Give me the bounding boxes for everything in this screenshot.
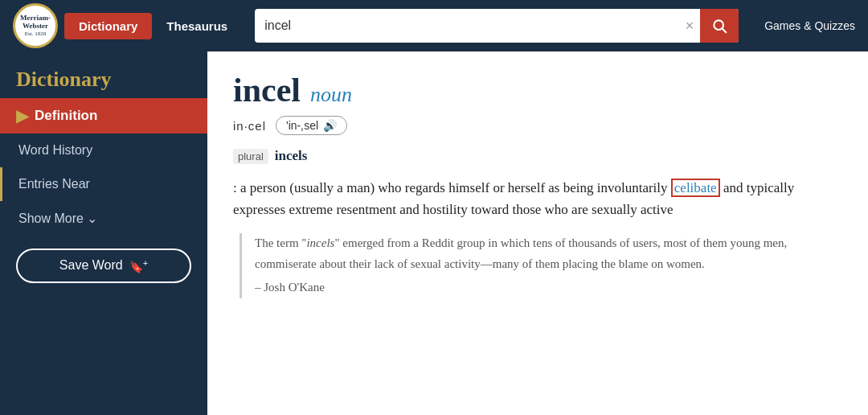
quote-author: – Josh O'Kane [255, 277, 842, 298]
sidebar-item-show-more[interactable]: Show More ⌄ [0, 201, 207, 236]
logo-circle: Merriam- Webster Est. 1828 [13, 3, 58, 48]
word-pos: noun [310, 83, 352, 107]
syllable-text: in·cel [233, 119, 266, 133]
content-area: incel noun in·cel 'in-ˌsel 🔊 plural ince… [207, 51, 868, 415]
clear-button[interactable]: × [679, 18, 701, 35]
save-word-label: Save Word [59, 258, 123, 273]
sidebar-item-word-history[interactable]: Word History [0, 134, 207, 167]
chevron-down-icon: ⌄ [87, 212, 97, 225]
arrow-icon: ▶ [16, 106, 28, 125]
search-input[interactable] [255, 18, 678, 33]
sidebar-active-label: Definition [35, 108, 97, 124]
sound-icon: 🔊 [323, 119, 337, 132]
tab-dictionary[interactable]: Dictionary [64, 13, 152, 39]
syllable-row: in·cel 'in-ˌsel 🔊 [233, 116, 842, 135]
celibate-boxed: celibate [671, 179, 720, 197]
word-title: incel [233, 71, 301, 109]
sidebar-item-definition[interactable]: ▶ Definition [0, 98, 207, 134]
games-quizzes-link[interactable]: Games & Quizzes [764, 19, 855, 32]
logo-area: Merriam- Webster Est. 1828 [13, 3, 58, 48]
definition-text: : a person (usually a man) who regards h… [233, 177, 842, 220]
search-bar: × [255, 9, 739, 43]
word-header: incel noun [233, 71, 842, 109]
plural-label: plural [233, 149, 268, 164]
sidebar-title: Dictionary [0, 58, 207, 98]
logo-est: Est. 1828 [25, 31, 46, 37]
pronunciation-badge[interactable]: 'in-ˌsel 🔊 [276, 116, 347, 135]
celibate-link[interactable]: celibate [674, 180, 717, 195]
quote-text: The term "incels" emerged from a Reddit … [255, 233, 842, 274]
main-layout: Dictionary ▶ Definition Word History Ent… [0, 51, 868, 415]
sidebar: Dictionary ▶ Definition Word History Ent… [0, 51, 207, 415]
pronunciation-text: 'in-ˌsel [286, 119, 318, 132]
search-icon [711, 18, 727, 34]
save-word-button[interactable]: Save Word 🔖+ [16, 249, 191, 283]
quote-block: The term "incels" emerged from a Reddit … [240, 233, 842, 298]
plural-row: plural incels [233, 148, 842, 164]
navbar: Merriam- Webster Est. 1828 Dictionary Th… [0, 0, 868, 51]
definition-start: : a person (usually a man) who regards h… [233, 180, 668, 195]
tab-thesaurus[interactable]: Thesaurus [152, 13, 242, 39]
bookmark-icon: 🔖+ [129, 258, 148, 273]
svg-line-1 [723, 29, 727, 33]
sidebar-item-entries-near[interactable]: Entries Near [0, 167, 207, 201]
plural-word: incels [275, 148, 308, 164]
logo-text2: Webster [23, 23, 48, 31]
show-more-label: Show More [18, 212, 84, 225]
plus-icon: + [143, 258, 148, 268]
search-button[interactable] [700, 9, 739, 43]
